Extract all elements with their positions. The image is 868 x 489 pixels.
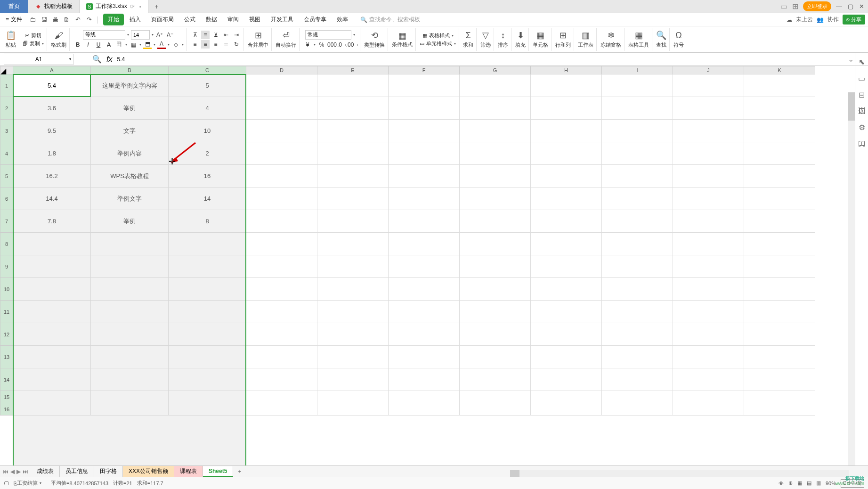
fx-icon[interactable]: fx: [106, 55, 112, 64]
cell[interactable]: [246, 97, 317, 120]
cell[interactable]: [246, 391, 317, 403]
settings-panel-icon[interactable]: ⚙: [859, 123, 865, 132]
align-left-icon[interactable]: ≡: [191, 40, 199, 49]
italic-icon[interactable]: I: [84, 41, 92, 49]
cell[interactable]: [13, 368, 91, 391]
cell[interactable]: [389, 74, 460, 97]
cell[interactable]: [531, 165, 602, 187]
cell[interactable]: [744, 233, 815, 255]
col-header-A[interactable]: A: [13, 66, 91, 74]
cell[interactable]: [389, 187, 460, 210]
cell[interactable]: [91, 301, 169, 323]
col-header-G[interactable]: G: [460, 66, 531, 74]
cell[interactable]: [460, 323, 531, 346]
cell[interactable]: [460, 120, 531, 142]
coop-icon[interactable]: 👥: [817, 16, 824, 23]
ribbon-tab-view[interactable]: 视图: [244, 14, 265, 25]
increase-font-icon[interactable]: A⁺: [155, 31, 164, 39]
cell[interactable]: [531, 210, 602, 233]
cell[interactable]: [531, 255, 602, 278]
cell[interactable]: [460, 142, 531, 165]
window-minimize-icon[interactable]: —: [836, 3, 842, 10]
cell[interactable]: [317, 120, 389, 142]
sum-icon[interactable]: Σ: [465, 31, 471, 41]
status-mode-icon[interactable]: 🖵: [4, 481, 9, 486]
cell[interactable]: [531, 187, 602, 210]
worksheet-icon[interactable]: ▥: [582, 30, 590, 41]
cell[interactable]: [673, 187, 744, 210]
cell[interactable]: [673, 323, 744, 346]
cell[interactable]: [531, 74, 602, 97]
save-icon[interactable]: 🖫: [40, 16, 48, 24]
cell[interactable]: [13, 301, 91, 323]
cell[interactable]: [169, 391, 246, 403]
cell[interactable]: [744, 301, 815, 323]
chevron-down-icon[interactable]: ▾: [69, 57, 71, 61]
underline-icon[interactable]: U: [94, 41, 103, 49]
cell-effect-icon[interactable]: ▦: [129, 41, 138, 49]
zoom-fx-icon[interactable]: 🔍: [92, 55, 102, 64]
cell[interactable]: [246, 120, 317, 142]
cell[interactable]: [744, 142, 815, 165]
cut-button[interactable]: ✂剪切: [25, 32, 41, 39]
cell[interactable]: [389, 301, 460, 323]
cell[interactable]: [673, 97, 744, 120]
row-header[interactable]: 15: [0, 391, 13, 403]
cell[interactable]: [602, 368, 673, 391]
cell[interactable]: [317, 97, 389, 120]
cell[interactable]: [460, 255, 531, 278]
ribbon-tab-insert[interactable]: 插入: [125, 14, 146, 25]
cell[interactable]: 14.4: [13, 187, 91, 210]
fill-color-icon[interactable]: ⬒: [143, 41, 152, 49]
command-search[interactable]: 🔍 查找命令、搜索模板: [360, 16, 420, 24]
row-header[interactable]: 16: [0, 403, 13, 416]
cell[interactable]: [389, 346, 460, 368]
cell[interactable]: 举例: [91, 210, 169, 233]
cell[interactable]: [246, 403, 317, 416]
vertical-scrollbar[interactable]: [848, 92, 855, 465]
prev-sheet-icon[interactable]: ◀: [10, 468, 15, 475]
window-restore-icon[interactable]: ▢: [848, 3, 853, 10]
cell[interactable]: [602, 255, 673, 278]
view-breaks-icon[interactable]: ▥: [816, 480, 821, 486]
cell[interactable]: [531, 391, 602, 403]
cell[interactable]: [169, 278, 246, 301]
tab-template[interactable]: ◆ 找稻壳模板: [28, 0, 80, 13]
bold-icon[interactable]: B: [73, 41, 82, 49]
col-header-I[interactable]: I: [602, 66, 673, 74]
font-size-input[interactable]: [131, 30, 150, 40]
cell[interactable]: 4: [169, 97, 246, 120]
center-icon[interactable]: ⊕: [788, 480, 793, 486]
cell[interactable]: [744, 323, 815, 346]
col-header-B[interactable]: B: [91, 66, 169, 74]
cell[interactable]: [673, 278, 744, 301]
number-format-select[interactable]: [305, 30, 351, 40]
cell[interactable]: [317, 165, 389, 187]
row-header[interactable]: 4: [0, 142, 13, 165]
decrease-font-icon[interactable]: A⁻: [166, 31, 174, 39]
cell[interactable]: 9.5: [13, 120, 91, 142]
cell[interactable]: [13, 233, 91, 255]
cell[interactable]: [246, 187, 317, 210]
cell[interactable]: 这里是举例文字内容: [91, 74, 169, 97]
cell[interactable]: [744, 278, 815, 301]
sheet-tab[interactable]: 田字格: [94, 466, 123, 477]
cond-format-button[interactable]: ▦条件格式: [392, 31, 413, 48]
cell[interactable]: [460, 165, 531, 187]
ribbon-tab-start[interactable]: 开始: [103, 14, 124, 25]
style-panel-icon[interactable]: ▭: [858, 74, 865, 83]
cell[interactable]: [744, 120, 815, 142]
cell[interactable]: [673, 368, 744, 391]
percent-icon[interactable]: %: [317, 41, 326, 49]
cell[interactable]: [460, 233, 531, 255]
formula-expand-icon[interactable]: ⌄: [848, 55, 854, 64]
cell[interactable]: [317, 255, 389, 278]
cell[interactable]: [531, 368, 602, 391]
cell[interactable]: 3.6: [13, 97, 91, 120]
align-bottom-icon[interactable]: ⊻: [211, 31, 220, 39]
currency-icon[interactable]: ¥: [303, 41, 312, 49]
sheet-tab-active[interactable]: Sheet5: [203, 466, 233, 477]
layout-icon[interactable]: ▭: [780, 2, 787, 11]
ribbon-tab-formula[interactable]: 公式: [179, 14, 200, 25]
cell[interactable]: [389, 278, 460, 301]
